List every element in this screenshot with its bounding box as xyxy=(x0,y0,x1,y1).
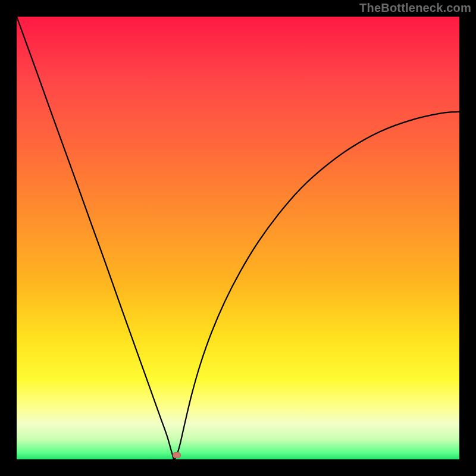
watermark-text: TheBottleneck.com xyxy=(359,1,471,15)
chart-frame: TheBottleneck.com xyxy=(0,0,476,476)
plot-area xyxy=(17,17,459,459)
minimum-marker xyxy=(173,452,181,458)
curve-line xyxy=(17,17,459,459)
